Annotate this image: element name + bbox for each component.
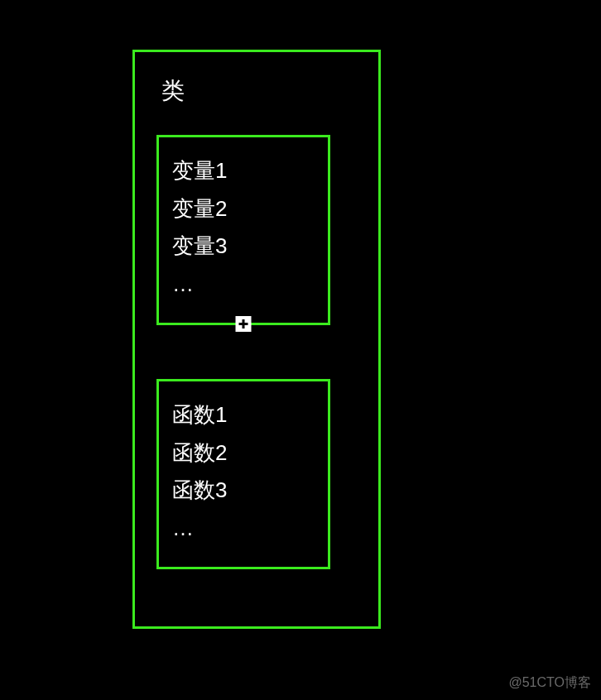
plus-icon[interactable] xyxy=(236,316,252,332)
variable-item: … xyxy=(172,266,315,304)
function-item: 函数3 xyxy=(172,472,315,510)
variable-item: 变量3 xyxy=(172,228,315,266)
class-title: 类 xyxy=(135,52,378,107)
function-item: … xyxy=(172,510,315,548)
function-item: 函数2 xyxy=(172,434,315,472)
variable-item: 变量1 xyxy=(172,152,315,190)
variables-box: 变量1 变量2 变量3 … xyxy=(156,135,330,325)
variable-item: 变量2 xyxy=(172,190,315,228)
functions-box: 函数1 函数2 函数3 … xyxy=(156,379,330,569)
watermark: @51CTO博客 xyxy=(508,674,591,692)
function-item: 函数1 xyxy=(172,396,315,434)
class-container: 类 变量1 变量2 变量3 … 函数1 函数2 函数3 … xyxy=(132,50,381,629)
